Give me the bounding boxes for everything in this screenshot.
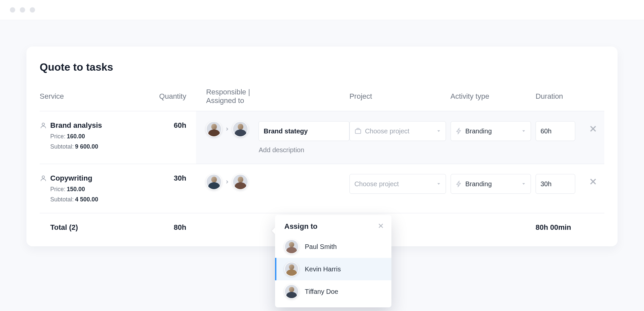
price-line: Price:150.00 [50,186,141,193]
app-surface: Quote to tasks Service Quantity Responsi… [0,20,644,311]
tasks-table: Service Quantity Responsible | Assigned … [40,88,604,232]
popover-option[interactable]: Paul Smith [275,235,391,258]
task-name-input[interactable]: Brand stategy [259,121,349,141]
col-duration: Duration [536,88,582,111]
close-icon [378,223,384,229]
caret-down-icon [436,127,441,135]
avatar-responsible[interactable] [206,174,222,190]
quote-to-tasks-card: Quote to tasks Service Quantity Responsi… [26,47,618,246]
subtotal-line: Subtotal:4 500.00 [50,196,141,203]
responsible-assigned[interactable] [206,174,259,190]
close-icon [589,124,597,133]
person-icon [40,122,47,129]
col-project: Project [349,88,451,111]
duration-input[interactable]: 30h [536,174,575,194]
add-description-link[interactable]: Add description [259,146,349,154]
avatar-responsible[interactable] [206,121,222,137]
quantity-value: 60h [174,121,186,129]
col-responsible: Responsible | Assigned to [196,88,259,111]
chevron-right-icon [224,179,230,185]
traffic-light-min[interactable] [20,7,25,13]
avatar [284,239,299,254]
chevron-right-icon [224,126,230,132]
responsible-assigned[interactable] [206,121,259,137]
popover-option-label: Kevin Harris [305,265,341,273]
col-quantity: Quantity [141,88,196,111]
col-activity: Activity type [451,88,536,111]
popover-option[interactable]: Kevin Harris [275,258,391,280]
remove-row-button[interactable] [582,121,604,135]
project-select[interactable]: Choose project [349,174,446,194]
total-label: Total (2) [40,213,141,232]
subtotal-line: Subtotal:9 600.00 [50,143,141,150]
service-name: Copywriting [50,174,92,183]
svg-point-4 [42,176,44,178]
project-select[interactable]: Choose project [349,121,446,141]
popover-close-button[interactable] [378,223,384,230]
table-row: Copywriting Price:150.00 Subtotal:4 500.… [40,164,604,213]
lightning-icon [456,181,462,187]
popover-option-label: Tiffany Doe [305,288,338,295]
activity-select[interactable]: Branding [451,121,531,141]
avatar-assigned[interactable] [232,174,248,190]
page-title: Quote to tasks [40,61,604,73]
duration-input[interactable]: 60h [536,121,575,141]
caret-down-icon [521,127,526,135]
avatar [284,284,299,299]
assign-to-popover: Assign to Paul Smith Kevin Harris Tiffan… [275,215,391,307]
briefcase-icon [354,127,362,135]
price-line: Price:160.00 [50,133,141,140]
window-chrome [0,0,644,20]
activity-select[interactable]: Branding [451,174,531,194]
popover-arrow [272,227,275,234]
close-icon [589,177,597,186]
total-quantity: 80h [141,213,196,232]
caret-down-icon [436,180,441,188]
col-service: Service [40,88,141,111]
table-row: Brand analysis Price:160.00 Subtotal:9 6… [40,111,604,164]
popover-title: Assign to [284,222,317,231]
service-name: Brand analysis [50,121,102,130]
avatar-assigned[interactable] [232,121,248,137]
avatar [284,262,299,276]
person-icon [40,175,47,182]
quantity-value: 30h [174,174,186,182]
svg-point-0 [42,123,44,125]
svg-rect-1 [355,129,361,133]
popover-option[interactable]: Tiffany Doe [275,280,391,303]
caret-down-icon [521,180,526,188]
remove-row-button[interactable] [582,174,604,188]
traffic-light-max[interactable] [30,7,35,13]
traffic-light-close[interactable] [10,7,15,13]
col-task-spacer [259,88,349,111]
total-duration: 80h 00min [536,213,604,232]
col-actions [582,88,604,111]
lightning-icon [456,128,462,134]
popover-option-label: Paul Smith [305,243,337,251]
